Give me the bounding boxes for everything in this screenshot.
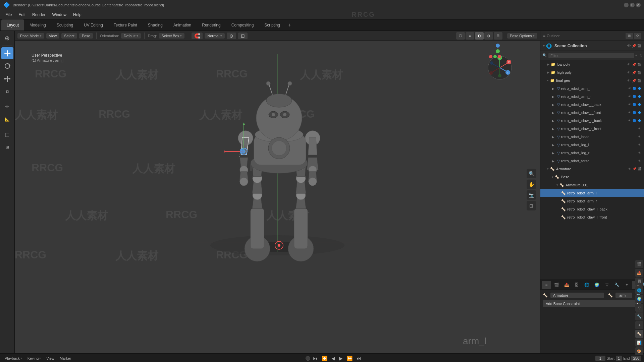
extra-mode[interactable]: ⊡ (238, 33, 248, 39)
mesh-leg-l[interactable]: ▶ ▽ retro_robot_leg_l 👁 (540, 141, 644, 149)
mesh-claw-r-back[interactable]: ▶ ▽ retro_robot_claw_r_back 👁 🔵 🔷 (540, 117, 644, 125)
mesh-claw-l-front[interactable]: ▶ ▽ retro_robot_claw_l_front 👁 🔵 🔷 (540, 109, 644, 117)
snap-button[interactable]: 🧲 (192, 33, 203, 39)
orientation-selector[interactable]: Default (121, 33, 141, 39)
proportional-edit[interactable]: ⊙ (227, 33, 236, 39)
mesh-arm-r[interactable]: ▶ ▽ retro_robot_arm_r 👁 🔵 🔷 (540, 93, 644, 101)
outliner-filter-button[interactable]: ⊞ (626, 33, 633, 39)
props-side-obj-btn[interactable]: ▽ (635, 304, 643, 312)
tool-move[interactable] (1, 47, 13, 59)
tab-layout[interactable]: Layout (1, 19, 24, 31)
titlebar-controls[interactable]: ─ □ ✕ (624, 3, 641, 7)
jump-to-end-button[interactable]: ⏭ (355, 355, 363, 362)
drag-selector[interactable]: Select Box (159, 33, 185, 39)
props-side-render-btn[interactable]: 🎬 (635, 260, 643, 268)
tab-uv-editing[interactable]: UV Editing (78, 19, 108, 31)
tool-cursor[interactable]: ⊕ (1, 32, 13, 44)
play-forward-button[interactable]: ▶ (338, 355, 344, 362)
mesh-claw-r-front[interactable]: ▶ ▽ retro_robot_claw_r_front 👁 (540, 125, 644, 133)
select-menu[interactable]: Select (61, 33, 77, 39)
tool-scale[interactable] (1, 73, 13, 85)
view-menu[interactable]: View (46, 33, 60, 39)
current-frame-field[interactable]: 1 (595, 356, 605, 361)
tool-annotate[interactable]: ✏ (1, 101, 13, 113)
props-tab-world[interactable]: 🌍 (592, 281, 601, 289)
menu-edit[interactable]: Edit (16, 11, 28, 18)
pose-menu[interactable]: Pose (79, 33, 93, 39)
viewport-3d[interactable]: RRCG 人人素材 RRCG 人人素材 人人素材 RRCG 人人素材 RRCG … (15, 41, 540, 353)
collection-final-geo[interactable]: ▾ 📁 final geo 👁 📌 🎬 (540, 76, 644, 84)
props-side-const-btn[interactable]: 🦴 (635, 330, 643, 338)
rendered-mode[interactable]: ◑ (484, 32, 493, 40)
step-back-button[interactable]: ⏪ (320, 355, 329, 362)
solid-mode[interactable]: ● (466, 32, 474, 40)
props-side-mat-btn[interactable]: 🎨 (635, 347, 643, 355)
collection-low-poly[interactable]: ▶ 📁 low poly 👁 📌 🎬 (540, 60, 644, 68)
tool-misc2[interactable]: ⊞ (1, 141, 13, 153)
viewport-gizmo[interactable]: Y X Z (486, 54, 513, 81)
tab-animation[interactable]: Animation (168, 19, 197, 31)
menu-render[interactable]: Render (30, 11, 48, 18)
bone-arm-l-selected[interactable]: 🦴 retro_robot_arm_l (540, 189, 644, 197)
tab-sculpting[interactable]: Sculpting (51, 19, 78, 31)
tab-modeling[interactable]: Modeling (24, 19, 51, 31)
mesh-head[interactable]: ▶ ▽ retro_robot_head 👁 (540, 133, 644, 141)
outliner-search-input[interactable] (548, 53, 634, 58)
props-side-mod-btn[interactable]: 🔧 (635, 312, 643, 320)
props-side-scene-btn[interactable]: 🌐 (635, 286, 643, 294)
tab-scripting[interactable]: Scripting (259, 19, 285, 31)
props-tab-output[interactable]: 📤 (562, 281, 571, 289)
playback-indicator[interactable] (306, 356, 310, 361)
grab-tool-button[interactable]: ✋ (527, 180, 536, 189)
frame-start-field[interactable]: 1 (616, 356, 622, 361)
tool-misc1[interactable]: ⬚ (1, 128, 13, 140)
minimize-button[interactable]: ─ (624, 3, 629, 7)
tool-measure[interactable]: 📐 (1, 113, 13, 125)
props-side-data-btn[interactable]: 📊 (635, 339, 643, 347)
mode-selector[interactable]: Pose Mode (17, 33, 44, 39)
transform-selector[interactable]: Normal (205, 33, 224, 39)
collection-vis-button[interactable]: ⊡ (527, 201, 536, 210)
view-menu-tl[interactable]: View (44, 356, 56, 361)
bone-claw-l-front[interactable]: 🦴 retro_robot_claw_l_front (540, 213, 644, 221)
mesh-leg-r[interactable]: ▶ ▽ retro_robot_leg_r 👁 (540, 149, 644, 157)
collection-high-poly[interactable]: ▶ 📁 high poly 👁 📌 🎬 (540, 68, 644, 76)
tab-rendering[interactable]: Rendering (197, 19, 226, 31)
pose-options[interactable]: Pose Options (507, 33, 537, 39)
step-forward-button[interactable]: ⏩ (345, 355, 354, 362)
props-side-world-btn[interactable]: 🌍 (635, 295, 643, 303)
tool-rotate[interactable] (1, 60, 13, 72)
menu-window[interactable]: Window (49, 11, 69, 18)
overlay-button[interactable]: ⊞ (494, 32, 502, 40)
jump-to-start-button[interactable]: ⏮ (312, 355, 319, 362)
keying-menu[interactable]: Keying ▾ (25, 356, 43, 361)
props-side-view-btn[interactable]: 🗄 (635, 278, 643, 286)
tab-compositing[interactable]: Compositing (226, 19, 259, 31)
armature-name-field[interactable]: Armature (550, 293, 604, 298)
mesh-arm-l[interactable]: ▶ ▽ retro_robot_arm_l 👁 🔵 🔷 (540, 84, 644, 93)
armature-item[interactable]: ▾ 🦴 Armature 👁 📌 🎬 (540, 165, 644, 173)
tab-shading[interactable]: Shading (143, 19, 168, 31)
add-workspace-button[interactable]: + (285, 21, 294, 29)
bone-arm-r[interactable]: 🦴 retro_robot_arm_r (540, 197, 644, 205)
mesh-claw-l-back[interactable]: ▶ ▽ retro_robot_claw_l_back 👁 🔵 🔷 (540, 101, 644, 109)
props-tab-particles[interactable]: ✦ (622, 281, 632, 289)
add-bone-constraint-button[interactable]: Add Bone Constraint ▾ (543, 300, 641, 307)
zoom-to-fit-button[interactable]: 🔍 (527, 169, 536, 178)
outliner-filter-toggle[interactable]: ≡ (635, 54, 637, 57)
play-back-button[interactable]: ◀ (330, 355, 336, 362)
bone-name-field[interactable]: arm_l (615, 293, 632, 298)
close-button[interactable]: ✕ (636, 3, 641, 7)
tab-texture-paint[interactable]: Texture Paint (108, 19, 143, 31)
props-side-part-btn[interactable]: ✦ (635, 321, 643, 329)
props-tab-render[interactable]: 🎬 (552, 281, 561, 289)
marker-menu[interactable]: Marker (58, 356, 73, 361)
outliner-sync-button[interactable]: ⟳ (634, 33, 641, 39)
bone-claw-l-back[interactable]: 🦴 retro_robot_claw_l_back (540, 205, 644, 213)
menu-file[interactable]: File (3, 11, 14, 18)
playback-menu[interactable]: Playback ▾ (3, 356, 24, 361)
props-tab-scene[interactable]: 🌐 (582, 281, 591, 289)
props-tab-outliner[interactable]: ≡ (542, 281, 551, 289)
outliner-sort-toggle[interactable]: ⇅ (639, 54, 642, 57)
props-tab-modifier[interactable]: 🔧 (612, 281, 622, 289)
